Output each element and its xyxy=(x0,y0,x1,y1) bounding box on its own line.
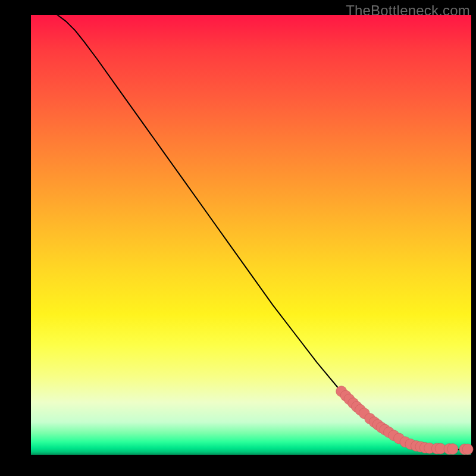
highlight-point xyxy=(447,444,458,455)
chart-frame: TheBottleneck.com xyxy=(0,0,476,476)
bottleneck-curve xyxy=(57,15,471,449)
marker-layer xyxy=(336,386,473,455)
curve-layer xyxy=(57,15,471,449)
plot-area xyxy=(31,15,471,455)
highlight-point xyxy=(462,444,473,455)
chart-overlay xyxy=(31,15,471,455)
